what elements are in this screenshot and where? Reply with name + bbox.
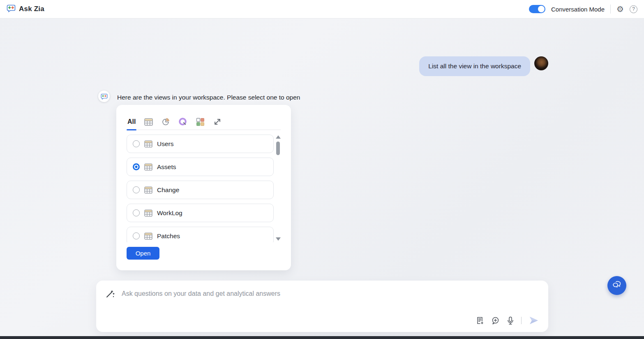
- composer-divider: [521, 317, 522, 324]
- zia-avatar-icon: [98, 91, 110, 102]
- view-name-label: WorkLog: [157, 209, 182, 217]
- view-picker-card: All: [116, 105, 291, 270]
- scroll-down-arrow-icon[interactable]: [276, 237, 281, 241]
- radio-button[interactable]: [133, 232, 140, 239]
- view-list-item[interactable]: Change: [127, 181, 274, 199]
- table-view-icon: [144, 209, 152, 217]
- view-list-item[interactable]: Users: [127, 135, 274, 153]
- zia-message-text: Here are the views in your workspace. Pl…: [117, 91, 300, 101]
- view-name-label: Change: [157, 186, 179, 194]
- chat-fab-button[interactable]: [607, 276, 626, 295]
- tab-all[interactable]: All: [127, 116, 136, 128]
- view-name-label: Patches: [157, 232, 180, 240]
- brand: Ask Zia: [7, 4, 44, 14]
- view-filter-tabs: All: [127, 116, 281, 128]
- view-list-item[interactable]: Patches: [127, 227, 274, 242]
- tab-chart-view-icon[interactable]: [160, 116, 171, 128]
- tabs-divider: [127, 130, 281, 130]
- send-icon[interactable]: [529, 316, 539, 325]
- microphone-icon[interactable]: [507, 316, 514, 325]
- conversation-mode-toggle[interactable]: [529, 5, 545, 13]
- table-view-icon: [144, 140, 152, 148]
- top-bar-actions: Conversation Mode ⚙ ?: [529, 5, 637, 14]
- add-query-icon[interactable]: [491, 316, 500, 325]
- table-view-icon: [144, 232, 152, 240]
- list-scrollbar[interactable]: [275, 135, 281, 242]
- view-list: Users Assets Change: [127, 135, 274, 242]
- user-message-bubble: List all the view in the workspace: [419, 56, 530, 76]
- table-view-icon: [144, 163, 152, 171]
- radio-button[interactable]: [133, 140, 140, 147]
- help-icon[interactable]: ?: [630, 5, 637, 13]
- view-name-label: Assets: [157, 163, 176, 171]
- page-title: Ask Zia: [19, 5, 44, 13]
- radio-button[interactable]: [133, 186, 140, 193]
- radio-button[interactable]: [133, 163, 140, 170]
- scrollbar-thumb[interactable]: [276, 142, 280, 155]
- tab-query-table-icon[interactable]: [178, 116, 188, 128]
- chat-bubbles-icon: [612, 280, 622, 291]
- top-bar: Ask Zia Conversation Mode ⚙ ?: [0, 0, 644, 19]
- view-list-item[interactable]: Assets: [127, 158, 274, 176]
- conversation-mode-label: Conversation Mode: [551, 6, 605, 13]
- header-divider: [610, 5, 611, 14]
- tab-table-view-icon[interactable]: [143, 116, 154, 128]
- view-list-viewport: Users Assets Change: [127, 135, 281, 242]
- active-tab-underline: [127, 129, 136, 130]
- composer: [96, 281, 548, 332]
- magic-wand-icon: [105, 289, 115, 299]
- view-list-item[interactable]: WorkLog: [127, 204, 274, 222]
- open-button[interactable]: Open: [127, 247, 159, 260]
- tab-dashboard-view-icon[interactable]: [195, 116, 205, 128]
- add-note-icon[interactable]: [476, 316, 484, 325]
- tab-related-view-icon[interactable]: [212, 116, 223, 128]
- ask-zia-app: Ask Zia Conversation Mode ⚙ ? List all t…: [0, 0, 644, 339]
- table-view-icon: [144, 186, 152, 194]
- question-input[interactable]: [122, 290, 538, 297]
- settings-gear-icon[interactable]: ⚙: [616, 5, 624, 13]
- zia-logo-icon: [7, 4, 16, 14]
- user-message-row: List all the view in the workspace: [419, 56, 548, 76]
- scroll-up-arrow-icon[interactable]: [276, 135, 281, 139]
- zia-message-row: Here are the views in your workspace. Pl…: [98, 91, 300, 102]
- user-avatar: [534, 56, 548, 70]
- view-name-label: Users: [157, 140, 173, 148]
- bottom-strip: [0, 336, 644, 339]
- composer-actions: [476, 316, 539, 325]
- radio-button[interactable]: [133, 209, 140, 216]
